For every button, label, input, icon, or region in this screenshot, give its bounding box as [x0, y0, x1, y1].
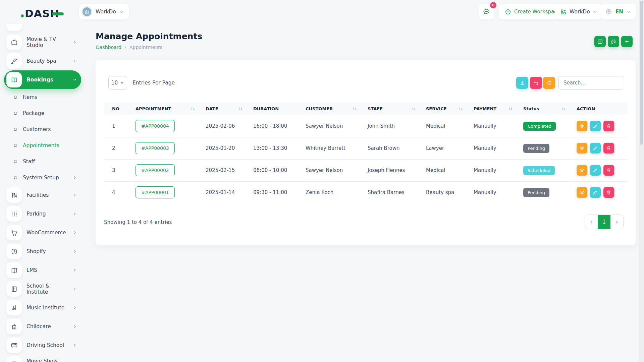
language-selector[interactable]: EN — [600, 4, 636, 19]
sidebar-item-movie-tv-studio[interactable]: Movie & TV Studio — [4, 33, 81, 52]
sort-icon[interactable]: ↑↓ — [352, 107, 357, 111]
sidebar-item-movie-show-booking[interactable]: Movie Show Booking — [4, 355, 81, 362]
sidebar-item-parking[interactable]: Parking — [4, 204, 81, 223]
column-header-payment[interactable]: PAYMENT↑↓ — [465, 103, 515, 115]
cell-duration: 09:30 - 11:00 — [245, 181, 297, 203]
reset-button[interactable] — [530, 77, 542, 89]
parking-icon — [6, 206, 22, 222]
edit-button[interactable] — [590, 121, 601, 131]
appointment-duration: 13:00 - 13:30 — [253, 145, 287, 151]
scrollbar-thumb[interactable] — [640, 1, 643, 145]
column-header-status[interactable]: Status↑↓ — [515, 103, 568, 115]
sidebar-item-school-institute[interactable]: School & Institute — [4, 280, 81, 298]
workspace-switcher[interactable]: WorkDo — [555, 4, 602, 19]
sidebar-item-label: Childcare — [26, 323, 68, 329]
view-button[interactable] — [577, 121, 587, 131]
sidebar-item-appointments[interactable]: Appointments — [4, 137, 81, 154]
sidebar-item-music-institute[interactable]: Music Institute — [4, 298, 81, 317]
appointment-id-button[interactable]: #APP00003 — [136, 142, 175, 154]
app-logo[interactable]: DASH — [21, 7, 64, 19]
trash-icon — [606, 190, 611, 195]
cell-payment: Manually — [465, 181, 515, 203]
column-header-label: ACTION — [577, 106, 595, 111]
chevron-down-icon — [119, 10, 124, 14]
add-appointment-button[interactable] — [621, 36, 633, 47]
breadcrumb-dashboard-link[interactable]: Dashboard — [96, 45, 121, 50]
pagination-page-1[interactable]: 1 — [598, 215, 610, 229]
export-button[interactable] — [516, 77, 528, 89]
table-row: 3#APP000022025-02-1508:00 - 10:00Sawyer … — [104, 159, 628, 181]
sidebar-item-shopify[interactable]: Shopify — [4, 242, 81, 261]
cell-service: Medical — [418, 159, 465, 181]
sidebar-item-childcare[interactable]: Childcare — [4, 317, 81, 336]
sort-icon[interactable]: ↑↓ — [508, 107, 512, 111]
delete-button[interactable] — [603, 143, 614, 154]
refresh-button[interactable] — [543, 77, 555, 89]
sidebar-item-woocommerce[interactable]: WooCommerce — [4, 223, 81, 242]
sidebar-item-driving-school[interactable]: Driving School — [4, 336, 81, 355]
sidebar-item-items[interactable]: Items — [4, 89, 81, 105]
pagination-prev-button[interactable]: ‹ — [585, 215, 598, 229]
payment-type: Manually — [474, 189, 496, 195]
column-header-appointment[interactable]: APPOINTMENT↑↓ — [127, 103, 197, 115]
sort-icon[interactable]: ↑↓ — [238, 107, 242, 111]
cell-staff: Sarah Brown — [359, 137, 418, 159]
bullet-icon — [14, 144, 17, 147]
edit-button[interactable] — [590, 187, 601, 198]
plus-icon — [624, 39, 630, 45]
chevron-right-icon — [72, 175, 77, 180]
sidebar-item-system-setup[interactable]: System Setup — [4, 170, 81, 186]
column-header-staff[interactable]: STAFF↑↓ — [359, 103, 418, 115]
entries-per-page-select[interactable]: 10 — [108, 76, 127, 89]
edit-button[interactable] — [590, 165, 601, 176]
table-row: 4#APP000012025-01-1409:30 - 11:00Zenia K… — [104, 181, 628, 203]
sidebar-item-label: Music Institute — [26, 305, 68, 311]
delete-button[interactable] — [603, 121, 614, 131]
sidebar-item-customers[interactable]: Customers — [4, 121, 81, 137]
sort-icon[interactable]: ↑↓ — [190, 107, 195, 111]
customer-name: Sawyer Nelson — [306, 167, 343, 173]
column-header-label: Status — [523, 106, 539, 111]
cell-appointment: #APP00004 — [127, 115, 197, 137]
column-header-service[interactable]: SERVICE↑↓ — [418, 103, 465, 115]
board-view-button[interactable] — [608, 36, 619, 47]
sidebar-item-label: Parking — [26, 211, 68, 217]
column-header-customer[interactable]: CUSTOMER↑↓ — [297, 103, 359, 115]
appointment-id-button[interactable]: #APP00002 — [136, 164, 175, 176]
sidebar-item-lms[interactable]: LMS — [4, 261, 81, 280]
pagination-next-button[interactable]: › — [610, 215, 623, 229]
chevron-down-icon — [72, 77, 77, 82]
cell-staff: Shafira Barnes — [359, 181, 418, 203]
sort-icon[interactable]: ↑↓ — [561, 107, 566, 111]
column-header-label: DURATION — [253, 106, 279, 111]
chevron-right-icon — [72, 287, 77, 291]
edit-button[interactable] — [590, 143, 601, 154]
cell-actions — [568, 181, 628, 203]
appointment-id-button[interactable]: #APP00004 — [136, 120, 175, 132]
page-scrollbar[interactable] — [639, 0, 644, 362]
sort-icon[interactable]: ↑↓ — [458, 107, 463, 111]
view-button[interactable] — [577, 143, 587, 154]
column-header-date[interactable]: DATE↑↓ — [197, 103, 245, 115]
messages-button[interactable]: 0 — [479, 4, 494, 19]
staff-name: Joseph Fiennes — [368, 167, 405, 173]
chevron-right-icon — [72, 40, 77, 45]
view-button[interactable] — [577, 187, 587, 198]
sidebar-item-beauty-spa[interactable]: Beauty Spa — [4, 52, 81, 70]
view-button[interactable] — [577, 165, 587, 176]
page-actions — [594, 36, 633, 47]
bullet-icon — [14, 128, 17, 131]
delete-button[interactable] — [603, 187, 614, 198]
sort-icon[interactable]: ↑↓ — [411, 107, 415, 111]
workspace-selector[interactable]: WorkDo — [79, 4, 129, 19]
service-name: Beauty spa — [426, 189, 454, 195]
row-number: 3 — [112, 167, 115, 173]
sidebar-item-package[interactable]: Package — [4, 105, 81, 121]
calendar-view-button[interactable] — [594, 36, 606, 47]
search-input[interactable] — [558, 76, 624, 89]
appointment-id-button[interactable]: #APP00001 — [136, 186, 175, 198]
sidebar-item-bookings[interactable]: Bookings — [4, 70, 81, 89]
sidebar-item-facilities[interactable]: Facilities — [4, 186, 81, 204]
delete-button[interactable] — [603, 165, 614, 176]
sidebar-item-staff[interactable]: Staff — [4, 154, 81, 170]
